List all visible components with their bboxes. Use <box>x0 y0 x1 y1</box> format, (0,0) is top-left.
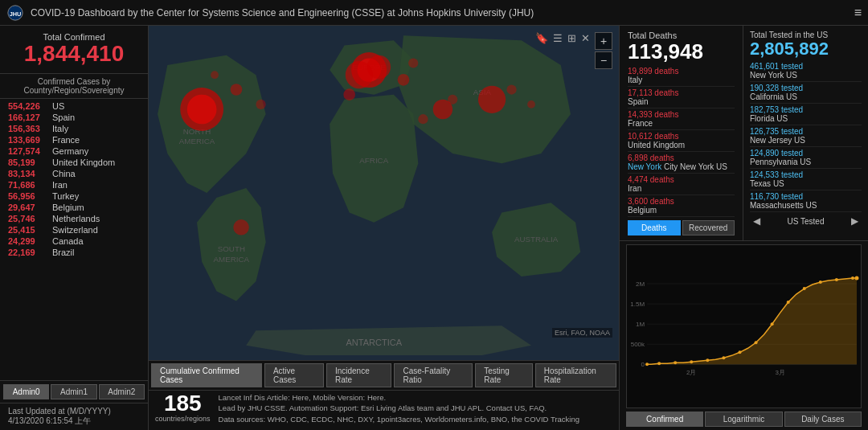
country-count: 83,134 <box>8 169 52 178</box>
admin-tab-admin0[interactable]: Admin0 <box>3 384 49 399</box>
country-list-item[interactable]: 133,669France <box>0 134 148 145</box>
chart-tabs: ConfirmedLogarithmicDaily Cases <box>626 412 862 427</box>
map-tab-3[interactable]: Case-Fatality Ratio <box>394 363 473 387</box>
admin-tab-admin2[interactable]: Admin2 <box>99 384 145 399</box>
country-name: France <box>52 135 80 145</box>
country-count: 127,574 <box>8 146 52 156</box>
countries-label: countries/regions <box>155 415 211 423</box>
bookmark-icon[interactable]: 🔖 <box>535 32 548 44</box>
country-list-item[interactable]: 85,199United Kingdom <box>0 157 148 168</box>
countries-number: 185 <box>164 392 202 415</box>
tested-prev-button[interactable]: ◀ <box>750 215 764 227</box>
country-name: United Kingdom <box>52 158 115 167</box>
map-tab-5[interactable]: Hospitalization Rate <box>535 363 616 387</box>
svg-point-58 <box>854 276 858 280</box>
country-list-item[interactable]: 56,956Turkey <box>0 190 148 202</box>
country-list-item[interactable]: 25,746Netherlands <box>0 213 148 224</box>
country-count: 554,226 <box>8 101 52 111</box>
deaths-tab-recovered[interactable]: Recovered <box>682 220 735 235</box>
death-place: United Kingdom <box>628 141 735 149</box>
death-count: 6,898 deaths <box>628 154 735 162</box>
chart-svg: 2M 1.5M 1M 500k 0 2月 3月 <box>627 245 861 407</box>
map-tab-2[interactable]: Incidence Rate <box>326 363 391 387</box>
chart-tab-daily-cases[interactable]: Daily Cases <box>784 412 862 427</box>
country-count: 156,363 <box>8 124 52 133</box>
tested-place: New York US <box>750 71 862 80</box>
country-list-item[interactable]: 166,127Spain <box>0 112 148 123</box>
svg-point-47 <box>690 360 693 363</box>
main-layout: Total Confirmed 1,844,410 Confirmed Case… <box>0 26 868 430</box>
svg-point-28 <box>256 100 265 109</box>
country-list-item[interactable]: 24,299Canada <box>0 235 148 247</box>
tested-value: 2,805,892 <box>750 39 862 59</box>
svg-text:AMERICA: AMERICA <box>214 255 250 264</box>
map-tab-1[interactable]: Active Cases <box>264 363 324 387</box>
country-list-item[interactable]: 22,169Brazil <box>0 247 148 258</box>
svg-point-50 <box>738 350 741 354</box>
menu-icon[interactable]: ≡ <box>854 6 862 20</box>
svg-point-26 <box>408 58 418 68</box>
tested-place: Florida US <box>750 114 862 123</box>
map-controls: + − <box>595 32 612 69</box>
tested-place: Massachusetts US <box>750 201 862 210</box>
tested-nav-label: US Tested <box>788 217 825 226</box>
country-name: Brazil <box>52 248 75 257</box>
svg-point-18 <box>478 86 506 113</box>
country-list-item[interactable]: 127,574Germany <box>0 145 148 157</box>
countries-count-block: 185 countries/regions <box>155 392 211 423</box>
country-list-item[interactable]: 71,686Iran <box>0 179 148 190</box>
death-item: 10,612 deathsUnited Kingdom <box>628 130 735 152</box>
list-icon[interactable]: ☰ <box>553 32 563 44</box>
total-confirmed-value: 1,844,410 <box>10 42 138 67</box>
svg-point-21 <box>398 74 410 86</box>
deaths-tabs: DeathsRecovered <box>628 220 735 235</box>
tested-place: California US <box>750 92 862 101</box>
country-name: Netherlands <box>52 214 100 223</box>
death-place: Spain <box>628 97 735 106</box>
tested-item: 126,735 testedNew Jersey US <box>750 125 862 147</box>
country-list-item[interactable]: 554,226US <box>0 100 148 112</box>
tested-place: Pennsylvania US <box>750 158 862 166</box>
tested-count: 116,730 tested <box>750 192 862 201</box>
chart-tab-confirmed[interactable]: Confirmed <box>626 412 703 427</box>
svg-text:1M: 1M <box>636 321 645 328</box>
country-list-item[interactable]: 25,415Switzerland <box>0 224 148 235</box>
zoom-in-button[interactable]: + <box>595 32 612 50</box>
svg-point-22 <box>448 95 457 104</box>
country-list: 554,226US166,127Spain156,363Italy133,669… <box>0 99 148 380</box>
admin-tab-admin1[interactable]: Admin1 <box>51 384 96 399</box>
svg-text:AUSTRALIA: AUSTRALIA <box>514 235 559 244</box>
tested-next-button[interactable]: ▶ <box>848 215 862 227</box>
deaths-section: Total Deaths 113,948 19,899 deathsItaly1… <box>620 26 868 241</box>
lancet-info: Lancet Inf Dis Article: Here, Mobile Ver… <box>219 392 579 403</box>
svg-point-45 <box>657 362 661 365</box>
country-list-item[interactable]: 83,134China <box>0 168 148 179</box>
zoom-out-button[interactable]: − <box>595 51 612 69</box>
lead-info: Lead by JHU CSSE. Automation Support: Es… <box>219 403 579 413</box>
deaths-value: 113,948 <box>628 40 735 63</box>
tested-count: 124,533 tested <box>750 170 862 179</box>
svg-point-20 <box>233 219 249 235</box>
chart-area: 2M 1.5M 1M 500k 0 2月 3月 <box>626 244 862 408</box>
map-tab-0[interactable]: Cumulative Confirmed Cases <box>151 363 262 387</box>
svg-point-53 <box>787 301 790 304</box>
country-count: 85,199 <box>8 158 52 167</box>
grid-icon[interactable]: ⊞ <box>567 32 576 44</box>
map-tab-4[interactable]: Testing Rate <box>475 363 533 387</box>
svg-point-30 <box>418 114 428 124</box>
country-list-item[interactable]: 156,363Italy <box>0 123 148 134</box>
country-name: Iran <box>52 180 68 190</box>
map[interactable]: ANTARCTICA NORTH AMERICA SOUTH AMERICA E… <box>149 26 619 360</box>
svg-point-25 <box>343 88 355 100</box>
close-map-icon[interactable]: ✕ <box>581 32 590 44</box>
info-text: Lancet Inf Dis Article: Here, Mobile Ver… <box>219 392 579 424</box>
country-list-item[interactable]: 29,647Belgium <box>0 202 148 213</box>
svg-text:SOUTH: SOUTH <box>218 244 245 253</box>
deaths-tab-deaths[interactable]: Deaths <box>628 220 681 235</box>
svg-point-57 <box>851 276 854 280</box>
svg-point-27 <box>231 84 243 96</box>
death-place: Belgium <box>628 206 735 215</box>
tested-item: 190,328 testedCalifornia US <box>750 82 862 104</box>
chart-tab-logarithmic[interactable]: Logarithmic <box>705 412 782 427</box>
tested-block: Total Tested in the US 2,805,892 461,601… <box>743 26 868 240</box>
